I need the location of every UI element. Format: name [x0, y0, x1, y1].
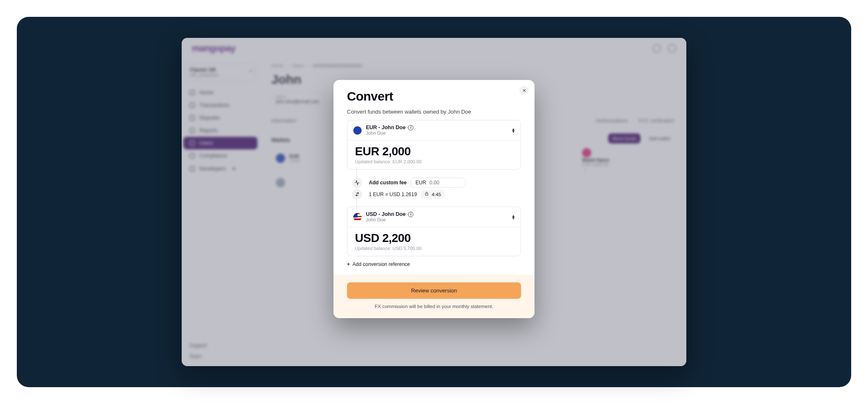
eu-flag-icon — [353, 126, 362, 135]
convert-modal: Convert ✕ Convert funds between wallets … — [333, 80, 535, 318]
from-wallet-name: EUR - John Doe — [366, 125, 405, 130]
from-wallet-panel: EUR - John Doe i John Doe ▴▾ EUR 2,000 U… — [347, 120, 521, 170]
rate-lock-pill: 4:45 — [421, 190, 444, 199]
close-icon: ✕ — [522, 88, 526, 93]
from-amount[interactable]: EUR 2,000 — [355, 145, 513, 158]
rate-timer: 4:45 — [431, 192, 441, 197]
fee-icon — [352, 178, 362, 188]
fx-commission-note: FX commission will be billed in your mon… — [347, 304, 521, 309]
add-conversion-reference-button[interactable]: + Add conversion reference — [347, 261, 521, 267]
fee-label: Add custom fee — [369, 180, 407, 186]
to-wallet-selector[interactable]: USD - John Doe i John Doe ▴▾ — [347, 207, 521, 227]
sort-icon: ▴▾ — [512, 214, 515, 220]
us-flag-icon — [353, 213, 362, 221]
sort-icon: ▴▾ — [512, 128, 515, 133]
lock-icon — [424, 191, 429, 197]
from-wallet-selector[interactable]: EUR - John Doe i John Doe ▴▾ — [347, 120, 521, 141]
plus-icon: + — [347, 261, 350, 267]
review-conversion-button[interactable]: Review conversion — [347, 282, 521, 299]
to-updated-balance: Updated balance: USD 5,700.00 — [355, 246, 513, 251]
modal-title: Convert — [347, 89, 521, 104]
to-wallet-name: USD - John Doe — [366, 211, 405, 217]
custom-fee-row: Add custom fee EUR — [369, 178, 521, 188]
info-icon[interactable]: i — [408, 125, 413, 130]
exchange-rate-row: 1 EUR = USD 1.2619 4:45 — [369, 190, 521, 199]
from-wallet-owner: John Doe — [366, 130, 413, 136]
fee-input-wrapper[interactable]: EUR — [411, 178, 466, 188]
fee-input[interactable] — [429, 180, 455, 186]
close-button[interactable]: ✕ — [519, 86, 529, 95]
info-icon[interactable]: i — [408, 212, 413, 217]
add-reference-label: Add conversion reference — [352, 261, 410, 267]
to-amount[interactable]: USD 2,200 — [355, 231, 513, 245]
svg-rect-0 — [426, 194, 428, 195]
exchange-rate-text: 1 EUR = USD 1.2619 — [369, 191, 417, 197]
fee-currency: EUR — [415, 180, 426, 186]
to-wallet-owner: John Doe — [366, 217, 413, 223]
modal-description: Convert funds between wallets owned by J… — [333, 104, 535, 120]
app-window: mangopay Classic UK mth_production ▾ Hom… — [182, 38, 686, 366]
from-updated-balance: Updated balance: EUR 2,000.00 — [355, 159, 513, 164]
swap-icon[interactable] — [352, 189, 362, 199]
to-wallet-panel: USD - John Doe i John Doe ▴▾ USD 2,200 U… — [347, 207, 521, 256]
